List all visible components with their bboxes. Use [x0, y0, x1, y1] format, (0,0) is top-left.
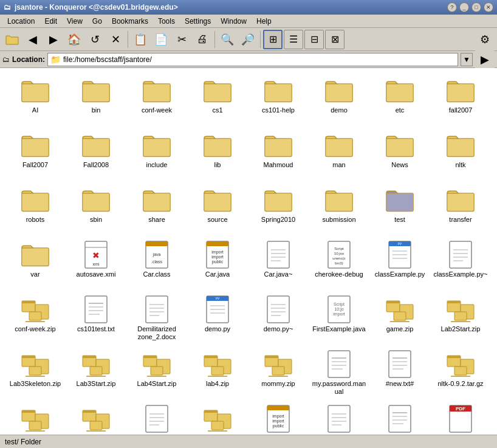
settings-button[interactable]: ⚙ [475, 30, 495, 49]
file-item[interactable]: sbin [66, 182, 126, 237]
file-item[interactable]: Mahmoud [248, 128, 309, 182]
menu-location[interactable]: Location [2, 16, 39, 27]
maximize-button[interactable]: □ [471, 2, 481, 12]
file-item[interactable]: Script 10;jso unenc(c brc0) cherokee-deb… [309, 237, 369, 292]
file-item[interactable]: etc [369, 73, 430, 128]
copy-location-button[interactable]: 📋 [131, 30, 150, 49]
file-item[interactable]: nltk [430, 128, 491, 182]
file-item[interactable]: Lab3Skeleton.zip [5, 346, 66, 401]
close-button[interactable]: ✕ [484, 2, 493, 12]
file-item[interactable]: Car.java~ [248, 237, 309, 292]
menu-tools[interactable]: Tools [153, 16, 180, 27]
location-go-button[interactable]: ▶ [475, 50, 495, 69]
file-item[interactable]: Lab3Start.zip [66, 346, 126, 401]
menu-view[interactable]: View [62, 16, 87, 27]
svg-rect-30 [386, 139, 413, 157]
file-item[interactable]: import import public [248, 401, 309, 435]
location-input-wrap[interactable]: 📁 [47, 53, 458, 66]
file-item[interactable]: my.password.manual [309, 346, 369, 401]
file-item[interactable]: Script 10;jo import FirstExample.java [309, 292, 369, 346]
icon-view-button[interactable]: ⊞ [263, 30, 283, 49]
file-item[interactable]: bin [66, 73, 126, 128]
file-item[interactable]: include [126, 128, 187, 182]
file-item[interactable]: PDF [430, 401, 491, 435]
file-icon [446, 350, 475, 379]
menu-window[interactable]: Window [216, 16, 252, 27]
print-button[interactable]: 🖨 [193, 30, 212, 49]
file-item[interactable]: lib [187, 128, 248, 182]
cut-button[interactable]: ✂ [172, 30, 191, 49]
file-item[interactable]: demo.py~ [248, 292, 309, 346]
file-item[interactable]: var [5, 237, 66, 292]
forward-button[interactable]: ▶ [44, 30, 63, 49]
file-item[interactable] [187, 401, 248, 435]
svg-rect-86 [22, 301, 35, 303]
file-item[interactable]: News [369, 128, 430, 182]
menu-edit[interactable]: Edit [39, 16, 62, 27]
new-folder-button[interactable] [2, 30, 22, 49]
file-item[interactable]: Spring2010 [248, 182, 309, 237]
svg-rect-8 [204, 84, 231, 102]
location-dropdown-button[interactable]: ▼ [461, 53, 473, 66]
file-item[interactable] [126, 401, 187, 435]
file-item[interactable]: py demo.py [187, 292, 248, 346]
file-item[interactable]: test [369, 182, 430, 237]
file-item[interactable]: cs101-help [248, 73, 309, 128]
file-item[interactable]: game.zip [369, 292, 430, 346]
file-item[interactable]: conf-week [126, 73, 187, 128]
menu-bookmarks[interactable]: Bookmarks [107, 16, 153, 27]
back-button[interactable]: ◀ [23, 30, 43, 49]
file-item[interactable]: #new.txt# [369, 346, 430, 401]
file-item[interactable]: robots [5, 182, 66, 237]
file-item[interactable]: ✖ xmi autosave.xmi [66, 237, 126, 292]
paste-button[interactable]: 📄 [151, 30, 171, 49]
menu-settings[interactable]: Settings [180, 16, 216, 27]
file-item[interactable]: py classExample.py [369, 237, 430, 292]
file-item[interactable]: man [309, 128, 369, 182]
file-item[interactable]: demo [309, 73, 369, 128]
home-button[interactable]: 🏠 [64, 30, 84, 49]
file-item[interactable]: Demilitarized zone_2.docx [126, 292, 187, 346]
location-label-wrap: 🗂 Location: [2, 55, 45, 64]
file-item[interactable]: Lab2Start.zip [430, 292, 491, 346]
file-item[interactable]: import import public Car.java [187, 237, 248, 292]
file-item[interactable]: nltk-data-0.9.2.zip [5, 401, 66, 435]
list-view-button[interactable]: ☰ [284, 30, 303, 49]
file-item[interactable]: transfer [430, 182, 491, 237]
file-name: News [391, 161, 408, 169]
reload-button[interactable]: ↺ [85, 30, 105, 49]
file-item[interactable]: share [126, 182, 187, 237]
file-item[interactable]: fall2007 [430, 73, 491, 128]
file-item[interactable]: submission [309, 182, 369, 237]
file-item[interactable]: java .class Car.class [126, 237, 187, 292]
title-bar-left: 🗂 jsantore - Konqueror <@csdev01.bridgew… [4, 3, 178, 12]
file-item[interactable]: lab4.zip [187, 346, 248, 401]
file-item[interactable]: cs101test.txt [66, 292, 126, 346]
menu-help[interactable]: Help [252, 16, 276, 27]
zoom-out-button[interactable]: 🔎 [238, 30, 258, 49]
detail-view-button[interactable]: ⊟ [304, 30, 324, 49]
file-item[interactable]: Fall2008 [66, 128, 126, 182]
minimize-button[interactable]: _ [459, 2, 469, 12]
location-input[interactable] [63, 55, 455, 64]
file-item[interactable]: source [187, 182, 248, 237]
file-item[interactable]: classExample.py~ [430, 237, 491, 292]
file-item[interactable]: AI [5, 73, 66, 128]
file-item[interactable]: cs1 [187, 73, 248, 128]
svg-text:unenc(c: unenc(c [332, 257, 345, 260]
stop-button[interactable]: ✕ [106, 30, 125, 49]
file-item[interactable]: mommy.zip [248, 346, 309, 401]
help-button[interactable]: ? [447, 2, 457, 12]
menu-go[interactable]: Go [87, 16, 107, 27]
file-name: Car.java [205, 271, 230, 278]
tree-view-button[interactable]: ⊠ [325, 30, 344, 49]
file-item[interactable]: Lab4Start.zip [126, 346, 187, 401]
file-item[interactable] [309, 401, 369, 435]
file-item[interactable]: conf-week.zip [5, 292, 66, 346]
file-item[interactable] [369, 401, 430, 435]
file-item[interactable]: nltk-0.9.2.tar.gz [430, 346, 491, 401]
zoom-in-button[interactable]: 🔍 [218, 30, 237, 49]
file-item[interactable]: Fall2007 [5, 128, 66, 182]
svg-rect-18 [22, 139, 49, 157]
file-item[interactable] [66, 401, 126, 435]
